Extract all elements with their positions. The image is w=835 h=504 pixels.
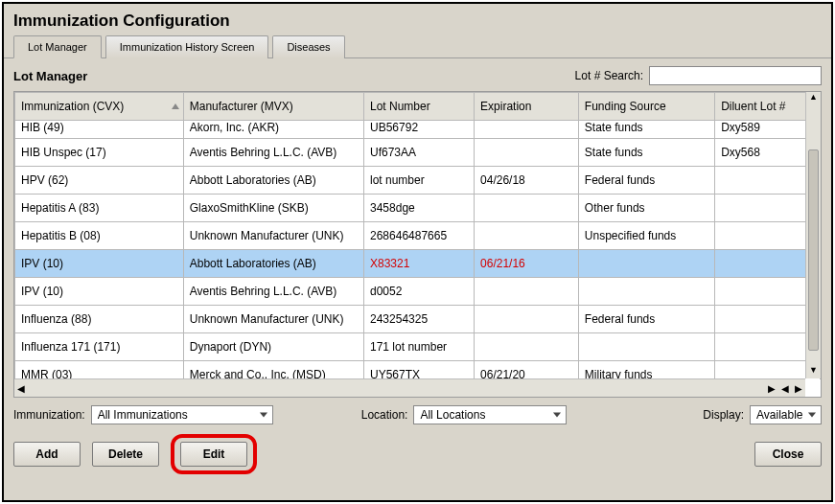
tab-strip: Lot Manager Immunization History Screen … [4, 34, 831, 58]
page-title: Immunization Configuration [4, 4, 831, 34]
immunization-filter-value: All Immunizations [98, 408, 188, 422]
col-header-immunization[interactable]: Immunization (CVX) [15, 93, 184, 121]
table-cell [475, 278, 579, 306]
panel-header: Lot Manager Lot # Search: [13, 66, 822, 85]
table-cell: 3458dge [364, 195, 475, 222]
vertical-scrollbar[interactable]: ▲ ▼ [805, 92, 821, 378]
col-header-label: Immunization (CVX) [21, 100, 124, 113]
table-cell: 268646487665 [364, 222, 475, 250]
table-cell: HIB (49) [15, 121, 184, 139]
display-filter-select[interactable]: Available [750, 405, 822, 424]
table-cell: HPV (62) [15, 167, 184, 195]
delete-button[interactable]: Delete [92, 442, 159, 467]
location-filter-value: All Locations [420, 408, 485, 422]
tab-immunization-history[interactable]: Immunization History Screen [105, 35, 269, 58]
table-row[interactable]: Influenza 171 (171)Dynaport (DYN)171 lot… [15, 333, 821, 361]
table-row[interactable]: Influenza (88)Unknown Manufacturer (UNK)… [15, 306, 821, 333]
table-cell: Federal funds [578, 306, 714, 333]
button-row: Add Delete Edit Close [13, 428, 822, 474]
table-cell: d0052 [364, 278, 475, 306]
edit-button[interactable]: Edit [180, 442, 247, 467]
horizontal-scrollbar[interactable]: ◀ ▶ ◀ ▶ [14, 378, 805, 397]
col-header-funding-source[interactable]: Funding Source [578, 93, 714, 121]
display-filter-label: Display: [703, 408, 744, 422]
scroll-left2-arrow-icon[interactable]: ◀ [778, 383, 792, 394]
table-cell [578, 250, 714, 278]
table-cell [475, 121, 579, 139]
sort-asc-icon [172, 103, 179, 109]
immunization-filter-select[interactable]: All Immunizations [91, 405, 273, 424]
table-cell: Akorn, Inc. (AKR) [183, 121, 363, 139]
tab-diseases[interactable]: Diseases [272, 35, 344, 58]
lot-table-container: Immunization (CVX) Manufacturer (MVX) Lo… [13, 91, 822, 398]
table-cell: UY567TX [364, 361, 475, 380]
table-cell [578, 278, 714, 306]
immunization-config-window: Immunization Configuration Lot Manager I… [2, 2, 833, 502]
scroll-right2-arrow-icon[interactable]: ▶ [792, 383, 805, 394]
tab-lot-manager[interactable]: Lot Manager [13, 35, 102, 58]
lot-table: Immunization (CVX) Manufacturer (MVX) Lo… [14, 92, 821, 379]
table-cell: IPV (10) [15, 278, 184, 306]
col-header-lot-number[interactable]: Lot Number [364, 93, 475, 121]
search-wrap: Lot # Search: [575, 66, 822, 85]
table-row[interactable]: MMR (03)Merck and Co., Inc. (MSD)UY567TX… [15, 361, 821, 380]
lot-manager-panel: Lot Manager Lot # Search: Immunization (… [4, 58, 831, 482]
table-cell [475, 306, 579, 333]
table-row[interactable]: HPV (62)Abbott Laboratories (AB)lot numb… [15, 167, 821, 195]
table-cell: Uf673AA [364, 139, 475, 167]
lot-search-input[interactable] [649, 66, 822, 85]
table-cell [475, 139, 579, 167]
scroll-up-arrow-icon[interactable]: ▲ [806, 92, 821, 105]
col-header-manufacturer[interactable]: Manufacturer (MVX) [183, 93, 363, 121]
table-cell: MMR (03) [15, 361, 184, 380]
location-filter-select[interactable]: All Locations [413, 405, 567, 424]
edit-highlight: Edit [171, 434, 257, 474]
immunization-filter-label: Immunization: [13, 408, 85, 422]
table-cell: Abbott Laboratories (AB) [183, 167, 363, 195]
table-cell: Aventis Behring L.L.C. (AVB) [183, 278, 363, 306]
scroll-thumb[interactable] [808, 149, 819, 351]
col-header-expiration[interactable]: Expiration [475, 93, 579, 121]
table-cell: Other funds [578, 195, 714, 222]
table-cell: Influenza 171 (171) [15, 333, 184, 361]
lot-table-scroll[interactable]: Immunization (CVX) Manufacturer (MVX) Lo… [14, 92, 821, 379]
table-cell: IPV (10) [15, 250, 184, 278]
table-cell: State funds [578, 121, 714, 139]
table-cell: Unspecified funds [578, 222, 714, 250]
table-cell [475, 333, 579, 361]
table-row[interactable]: HIB Unspec (17)Aventis Behring L.L.C. (A… [15, 139, 821, 167]
table-cell [578, 333, 714, 361]
table-cell: Influenza (88) [15, 306, 184, 333]
close-button[interactable]: Close [754, 442, 822, 467]
scroll-right-arrow-icon[interactable]: ▶ [765, 383, 778, 394]
scroll-left-arrow-icon[interactable]: ◀ [14, 383, 28, 394]
location-filter-label: Location: [361, 408, 408, 422]
table-cell: 06/21/20 [475, 361, 579, 380]
table-row[interactable]: Hepatitis B (08)Unknown Manufacturer (UN… [15, 222, 821, 250]
table-cell: 243254325 [364, 306, 475, 333]
table-row[interactable]: IPV (10)Aventis Behring L.L.C. (AVB)d005… [15, 278, 821, 306]
table-cell: Military funds [578, 361, 714, 380]
table-cell: lot number [364, 167, 475, 195]
table-cell: Aventis Behring L.L.C. (AVB) [183, 139, 363, 167]
table-cell: Dynaport (DYN) [183, 333, 363, 361]
table-cell: Abbott Laboratories (AB) [183, 250, 363, 278]
table-cell: Unknown Manufacturer (UNK) [183, 306, 363, 333]
table-cell: State funds [578, 139, 714, 167]
table-cell: UB56792 [364, 121, 475, 139]
table-row[interactable]: IPV (10)Abbott Laboratories (AB)X8332106… [15, 250, 821, 278]
panel-title: Lot Manager [13, 69, 87, 83]
scroll-down-arrow-icon[interactable]: ▼ [806, 365, 821, 378]
table-row[interactable]: Hepatitis A (83)GlaxoSmithKline (SKB)345… [15, 195, 821, 222]
lot-table-body: HIB (49)Akorn, Inc. (AKR)UB56792State fu… [15, 121, 821, 380]
table-cell: Hepatitis B (08) [15, 222, 184, 250]
table-cell: X83321 [364, 250, 475, 278]
hscroll-track[interactable] [28, 383, 765, 393]
table-cell [475, 195, 579, 222]
table-cell: Unknown Manufacturer (UNK) [183, 222, 363, 250]
table-cell: Hepatitis A (83) [15, 195, 184, 222]
add-button[interactable]: Add [13, 442, 81, 467]
table-cell: Federal funds [578, 167, 714, 195]
table-cell [475, 222, 579, 250]
table-row[interactable]: HIB (49)Akorn, Inc. (AKR)UB56792State fu… [15, 121, 821, 139]
